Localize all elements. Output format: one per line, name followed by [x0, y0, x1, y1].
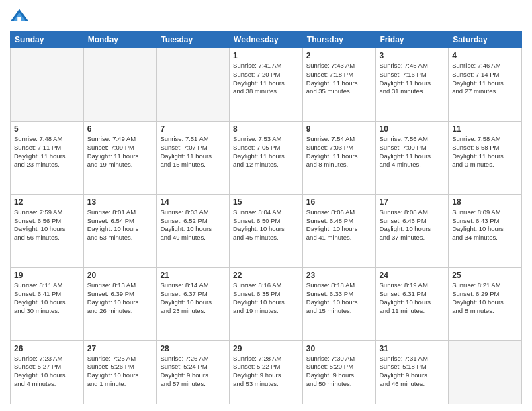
calendar-header-wednesday: Wednesday — [230, 32, 303, 48]
day-info: Sunrise: 7:56 AM Sunset: 7:00 PM Dayligh… — [380, 135, 445, 169]
calendar-week-2: 5Sunrise: 7:48 AM Sunset: 7:11 PM Daylig… — [11, 121, 522, 194]
day-info: Sunrise: 8:01 AM Sunset: 6:54 PM Dayligh… — [87, 208, 153, 242]
day-info: Sunrise: 7:31 AM Sunset: 5:18 PM Dayligh… — [380, 355, 445, 389]
day-number: 6 — [87, 124, 153, 134]
calendar-cell-2-6: 10Sunrise: 7:56 AM Sunset: 7:00 PM Dayli… — [375, 121, 449, 194]
day-number: 28 — [160, 344, 226, 353]
calendar-cell-1-5: 2Sunrise: 7:43 AM Sunset: 7:18 PM Daylig… — [302, 48, 375, 122]
calendar-table: SundayMondayTuesdayWednesdayThursdayFrid… — [10, 31, 522, 404]
day-number: 25 — [452, 271, 518, 280]
day-info: Sunrise: 7:59 AM Sunset: 6:56 PM Dayligh… — [14, 208, 80, 242]
calendar-cell-5-6: 31Sunrise: 7:31 AM Sunset: 5:18 PM Dayli… — [375, 340, 449, 404]
day-info: Sunrise: 7:58 AM Sunset: 6:58 PM Dayligh… — [452, 135, 518, 169]
calendar-cell-1-1 — [11, 48, 84, 122]
calendar-cell-2-4: 8Sunrise: 7:53 AM Sunset: 7:05 PM Daylig… — [230, 121, 303, 194]
day-number: 11 — [452, 124, 518, 134]
calendar-cell-3-4: 15Sunrise: 8:04 AM Sunset: 6:50 PM Dayli… — [230, 194, 303, 267]
day-info: Sunrise: 8:03 AM Sunset: 6:52 PM Dayligh… — [160, 208, 226, 242]
day-info: Sunrise: 7:53 AM Sunset: 7:05 PM Dayligh… — [233, 135, 299, 169]
calendar-week-4: 19Sunrise: 8:11 AM Sunset: 6:41 PM Dayli… — [11, 267, 522, 340]
day-number: 22 — [233, 271, 299, 280]
page: SundayMondayTuesdayWednesdayThursdayFrid… — [0, 0, 532, 411]
day-info: Sunrise: 7:45 AM Sunset: 7:16 PM Dayligh… — [380, 62, 445, 96]
calendar-cell-4-5: 23Sunrise: 8:18 AM Sunset: 6:33 PM Dayli… — [302, 267, 375, 340]
header — [10, 7, 522, 26]
day-number: 7 — [160, 124, 226, 134]
day-number: 29 — [233, 344, 299, 353]
day-number: 30 — [306, 344, 372, 353]
day-number: 27 — [87, 344, 153, 353]
day-info: Sunrise: 7:46 AM Sunset: 7:14 PM Dayligh… — [452, 62, 518, 96]
day-info: Sunrise: 8:21 AM Sunset: 6:29 PM Dayligh… — [452, 281, 518, 316]
day-info: Sunrise: 7:54 AM Sunset: 7:03 PM Dayligh… — [306, 135, 372, 169]
day-number: 9 — [306, 124, 372, 134]
day-info: Sunrise: 8:08 AM Sunset: 6:46 PM Dayligh… — [380, 208, 445, 242]
day-info: Sunrise: 7:48 AM Sunset: 7:11 PM Dayligh… — [14, 135, 80, 169]
calendar-cell-5-4: 29Sunrise: 7:28 AM Sunset: 5:22 PM Dayli… — [230, 340, 303, 404]
logo — [10, 7, 32, 26]
calendar-cell-1-3 — [157, 48, 230, 122]
day-info: Sunrise: 8:19 AM Sunset: 6:31 PM Dayligh… — [380, 281, 445, 316]
calendar-cell-5-7 — [449, 340, 522, 404]
day-number: 19 — [14, 271, 80, 280]
day-number: 20 — [87, 271, 153, 280]
calendar-cell-4-2: 20Sunrise: 8:13 AM Sunset: 6:39 PM Dayli… — [83, 267, 157, 340]
calendar-header-thursday: Thursday — [302, 32, 375, 48]
day-info: Sunrise: 8:13 AM Sunset: 6:39 PM Dayligh… — [87, 281, 153, 316]
calendar-header-friday: Friday — [375, 32, 449, 48]
day-info: Sunrise: 7:49 AM Sunset: 7:09 PM Dayligh… — [87, 135, 153, 169]
calendar-cell-3-7: 18Sunrise: 8:09 AM Sunset: 6:43 PM Dayli… — [449, 194, 522, 267]
day-number: 21 — [160, 271, 226, 280]
calendar-cell-3-3: 14Sunrise: 8:03 AM Sunset: 6:52 PM Dayli… — [157, 194, 230, 267]
calendar-cell-2-5: 9Sunrise: 7:54 AM Sunset: 7:03 PM Daylig… — [302, 121, 375, 194]
calendar-cell-2-1: 5Sunrise: 7:48 AM Sunset: 7:11 PM Daylig… — [11, 121, 84, 194]
day-info: Sunrise: 7:25 AM Sunset: 5:26 PM Dayligh… — [87, 355, 153, 389]
svg-rect-2 — [17, 17, 21, 21]
day-info: Sunrise: 7:26 AM Sunset: 5:24 PM Dayligh… — [160, 355, 226, 389]
day-info: Sunrise: 7:30 AM Sunset: 5:20 PM Dayligh… — [306, 355, 372, 389]
calendar-cell-3-1: 12Sunrise: 7:59 AM Sunset: 6:56 PM Dayli… — [11, 194, 84, 267]
calendar-cell-1-7: 4Sunrise: 7:46 AM Sunset: 7:14 PM Daylig… — [449, 48, 522, 122]
day-number: 23 — [306, 271, 372, 280]
day-number: 12 — [14, 197, 80, 207]
day-number: 31 — [380, 344, 445, 353]
calendar-cell-4-1: 19Sunrise: 8:11 AM Sunset: 6:41 PM Dayli… — [11, 267, 84, 340]
day-info: Sunrise: 8:16 AM Sunset: 6:35 PM Dayligh… — [233, 281, 299, 316]
calendar-cell-5-2: 27Sunrise: 7:25 AM Sunset: 5:26 PM Dayli… — [83, 340, 157, 404]
calendar-header-tuesday: Tuesday — [157, 32, 230, 48]
day-number: 17 — [380, 197, 445, 207]
day-info: Sunrise: 7:23 AM Sunset: 5:27 PM Dayligh… — [14, 355, 80, 389]
calendar-header-monday: Monday — [83, 32, 157, 48]
day-info: Sunrise: 7:43 AM Sunset: 7:18 PM Dayligh… — [306, 62, 372, 96]
day-info: Sunrise: 8:06 AM Sunset: 6:48 PM Dayligh… — [306, 208, 372, 242]
day-number: 15 — [233, 197, 299, 207]
day-number: 3 — [380, 51, 445, 60]
day-info: Sunrise: 8:11 AM Sunset: 6:41 PM Dayligh… — [14, 281, 80, 316]
day-number: 13 — [87, 197, 153, 207]
calendar-cell-3-6: 17Sunrise: 8:08 AM Sunset: 6:46 PM Dayli… — [375, 194, 449, 267]
calendar-week-5: 26Sunrise: 7:23 AM Sunset: 5:27 PM Dayli… — [11, 340, 522, 404]
calendar-cell-5-5: 30Sunrise: 7:30 AM Sunset: 5:20 PM Dayli… — [302, 340, 375, 404]
day-info: Sunrise: 8:14 AM Sunset: 6:37 PM Dayligh… — [160, 281, 226, 316]
calendar-header-row: SundayMondayTuesdayWednesdayThursdayFrid… — [11, 32, 522, 48]
calendar-cell-2-2: 6Sunrise: 7:49 AM Sunset: 7:09 PM Daylig… — [83, 121, 157, 194]
day-info: Sunrise: 8:18 AM Sunset: 6:33 PM Dayligh… — [306, 281, 372, 316]
day-number: 2 — [306, 51, 372, 60]
day-number: 5 — [14, 124, 80, 134]
day-info: Sunrise: 8:04 AM Sunset: 6:50 PM Dayligh… — [233, 208, 299, 242]
calendar-cell-4-3: 21Sunrise: 8:14 AM Sunset: 6:37 PM Dayli… — [157, 267, 230, 340]
day-number: 26 — [14, 344, 80, 353]
calendar-cell-2-3: 7Sunrise: 7:51 AM Sunset: 7:07 PM Daylig… — [157, 121, 230, 194]
calendar-cell-4-6: 24Sunrise: 8:19 AM Sunset: 6:31 PM Dayli… — [375, 267, 449, 340]
day-number: 18 — [452, 197, 518, 207]
day-info: Sunrise: 8:09 AM Sunset: 6:43 PM Dayligh… — [452, 208, 518, 242]
calendar-cell-4-7: 25Sunrise: 8:21 AM Sunset: 6:29 PM Dayli… — [449, 267, 522, 340]
calendar-cell-2-7: 11Sunrise: 7:58 AM Sunset: 6:58 PM Dayli… — [449, 121, 522, 194]
logo-icon — [10, 7, 29, 26]
day-number: 4 — [452, 51, 518, 60]
calendar-cell-4-4: 22Sunrise: 8:16 AM Sunset: 6:35 PM Dayli… — [230, 267, 303, 340]
day-info: Sunrise: 7:41 AM Sunset: 7:20 PM Dayligh… — [233, 62, 299, 96]
calendar-cell-3-2: 13Sunrise: 8:01 AM Sunset: 6:54 PM Dayli… — [83, 194, 157, 267]
calendar-header-saturday: Saturday — [449, 32, 522, 48]
calendar-week-3: 12Sunrise: 7:59 AM Sunset: 6:56 PM Dayli… — [11, 194, 522, 267]
